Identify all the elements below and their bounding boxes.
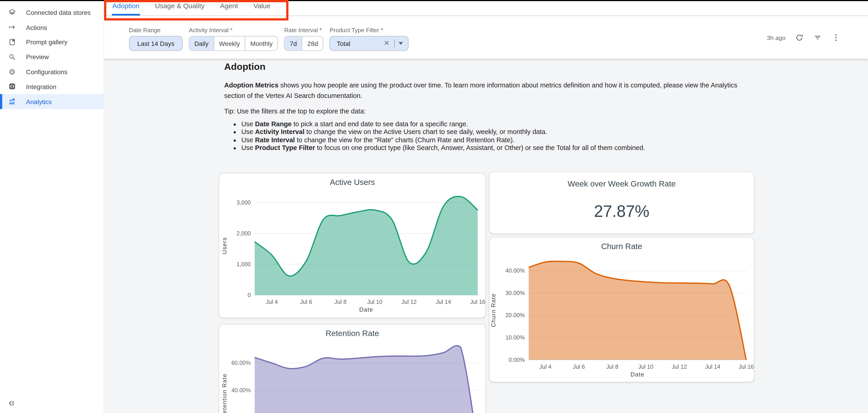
tip-item: Use Activity Interval to change the view… bbox=[241, 128, 750, 136]
date-range-button[interactable]: Last 14 Days bbox=[129, 36, 183, 51]
tab-label: Usage & Quality bbox=[154, 2, 205, 15]
tab-agent[interactable]: Agent bbox=[212, 1, 246, 15]
churn-rate-card: 0.00%10.00%20.00%30.00%40.00%Jul 4Jul 6J… bbox=[489, 237, 754, 382]
tip-item: Use Product Type Filter to focus on one … bbox=[241, 144, 750, 152]
svg-text:10.00%: 10.00% bbox=[505, 334, 525, 341]
sidebar-item-label: Preview bbox=[26, 53, 49, 61]
tips-list: Use Date Range to pick a start and end d… bbox=[224, 120, 750, 152]
activity-interval-filter-group: Activity Interval * Daily Weekly Monthly bbox=[189, 27, 278, 51]
wow-growth-title: Week over Week Growth Rate bbox=[489, 180, 754, 188]
rate-7d-option[interactable]: 7d bbox=[285, 36, 302, 51]
collapse-sidebar-icon[interactable] bbox=[7, 399, 16, 408]
svg-text:Jul 10: Jul 10 bbox=[638, 363, 653, 370]
svg-text:Jul 12: Jul 12 bbox=[672, 363, 687, 370]
actions-icon bbox=[8, 23, 17, 32]
svg-text:20.00%: 20.00% bbox=[505, 312, 525, 318]
svg-text:Jul 8: Jul 8 bbox=[335, 298, 347, 305]
data-stores-icon bbox=[8, 8, 17, 17]
sidebar-item-prompt-gallery[interactable]: Prompt gallery bbox=[0, 35, 103, 50]
tab-label: Value bbox=[253, 2, 271, 15]
intro-paragraph: Adoption Metrics shows you how people ar… bbox=[224, 81, 750, 101]
sidebar-item-label: Connected data stores bbox=[26, 9, 91, 16]
svg-text:Date: Date bbox=[359, 307, 373, 313]
sidebar-item-actions[interactable]: Actions bbox=[0, 20, 103, 35]
svg-text:30.00%: 30.00% bbox=[505, 290, 525, 296]
product-type-dropdown[interactable]: Total bbox=[330, 36, 409, 51]
tip-item: Use Date Range to pick a start and end d… bbox=[241, 120, 750, 128]
sidebar-item-configurations[interactable]: ⚙ Configurations bbox=[0, 64, 103, 79]
product-type-filter-group: Product Type Filter * Total bbox=[330, 27, 409, 51]
sidebar-item-label: Integration bbox=[26, 83, 56, 90]
svg-text:Retention Rate: Retention Rate bbox=[326, 329, 379, 338]
svg-text:Date: Date bbox=[630, 371, 645, 378]
svg-text:3,000: 3,000 bbox=[237, 199, 251, 206]
tab-usage-quality[interactable]: Usage & Quality bbox=[147, 1, 212, 15]
prompt-gallery-icon bbox=[8, 38, 17, 46]
filter-bar: Date Range Last 14 Days Activity Interva… bbox=[104, 16, 868, 59]
date-range-filter-group: Date Range Last 14 Days bbox=[129, 27, 183, 51]
svg-text:Users: Users bbox=[221, 237, 228, 255]
svg-text:2,000: 2,000 bbox=[237, 230, 251, 236]
product-type-label: Product Type Filter * bbox=[330, 27, 409, 33]
more-vert-icon[interactable] bbox=[832, 33, 840, 42]
svg-text:40.00%: 40.00% bbox=[231, 387, 251, 393]
sidebar-item-connected-data-stores[interactable]: Connected data stores bbox=[0, 5, 103, 20]
svg-text:40.00%: 40.00% bbox=[505, 267, 525, 274]
churn-rate-chart: 0.00%10.00%20.00%30.00%40.00%Jul 4Jul 6J… bbox=[489, 237, 754, 382]
sidebar-item-label: Actions bbox=[26, 24, 47, 31]
sidebar-item-label: Prompt gallery bbox=[26, 38, 67, 46]
tab-label: Agent bbox=[219, 2, 238, 15]
refresh-icon[interactable] bbox=[795, 33, 804, 42]
intro-text: shows you how people are using the produ… bbox=[224, 81, 737, 99]
tip-heading: Tip: Use the filters at the top to explo… bbox=[224, 107, 750, 115]
activity-daily-option[interactable]: Daily bbox=[189, 36, 214, 51]
activity-monthly-option[interactable]: Monthly bbox=[245, 36, 278, 51]
rate-28d-option[interactable]: 28d bbox=[302, 36, 323, 51]
svg-text:Jul 6: Jul 6 bbox=[573, 363, 585, 370]
clear-icon[interactable] bbox=[383, 39, 391, 47]
sidebar-item-analytics[interactable]: Analytics bbox=[0, 94, 103, 109]
tip-item: Use Rate Interval to change the view for… bbox=[241, 136, 750, 144]
tab-value[interactable]: Value bbox=[246, 1, 278, 15]
retention-rate-chart: 0.00%20.00%40.00%60.00%Jul 4Jul 6Jul 8Ju… bbox=[219, 324, 485, 413]
activity-weekly-option[interactable]: Weekly bbox=[213, 36, 245, 51]
sidebar-item-integration[interactable]: Integration bbox=[0, 79, 103, 94]
date-range-label: Date Range bbox=[129, 27, 183, 33]
svg-text:0.00%: 0.00% bbox=[509, 357, 525, 363]
retention-rate-card: 0.00%20.00%40.00%60.00%Jul 4Jul 6Jul 8Ju… bbox=[219, 324, 485, 413]
svg-text:Jul 8: Jul 8 bbox=[607, 363, 618, 370]
svg-text:60.00%: 60.00% bbox=[231, 359, 251, 366]
wow-growth-card: Week over Week Growth Rate 27.87% bbox=[489, 172, 754, 233]
filter-list-icon[interactable] bbox=[813, 33, 822, 42]
dropdown-caret-icon[interactable] bbox=[399, 42, 403, 45]
tab-adoption[interactable]: Adoption bbox=[104, 1, 147, 15]
svg-text:Jul 10: Jul 10 bbox=[367, 298, 382, 305]
selected-indicator bbox=[0, 94, 2, 109]
divider bbox=[395, 39, 395, 47]
rate-interval-segmented-control: 7d 28d bbox=[284, 36, 323, 51]
svg-text:Jul 4: Jul 4 bbox=[539, 363, 552, 370]
sidebar-item-preview[interactable]: Preview bbox=[0, 50, 103, 64]
svg-text:Jul 16: Jul 16 bbox=[739, 363, 754, 370]
dashboard-toolbar: 3h ago bbox=[767, 16, 868, 59]
rate-interval-label: Rate Interval * bbox=[284, 27, 323, 33]
sidebar: Connected data stores Actions Prompt gal… bbox=[0, 1, 104, 413]
svg-text:Jul 4: Jul 4 bbox=[266, 298, 278, 305]
sidebar-item-label: Analytics bbox=[26, 98, 52, 105]
tab-label: Adoption bbox=[112, 2, 140, 15]
svg-text:Jul 12: Jul 12 bbox=[402, 298, 417, 305]
svg-text:Jul 14: Jul 14 bbox=[436, 298, 451, 305]
svg-text:Churn Rate: Churn Rate bbox=[601, 242, 642, 251]
last-refreshed-text: 3h ago bbox=[767, 34, 785, 41]
svg-text:Retention Rate: Retention Rate bbox=[221, 374, 228, 413]
window-top-edge bbox=[0, 0, 868, 1]
page-title: Adoption bbox=[224, 61, 750, 72]
rate-interval-filter-group: Rate Interval * 7d 28d bbox=[284, 27, 323, 51]
analytics-icon bbox=[8, 97, 17, 106]
product-type-value: Total bbox=[337, 40, 383, 47]
svg-text:0: 0 bbox=[248, 292, 251, 298]
active-users-card: 01,0002,0003,000Jul 4Jul 6Jul 8Jul 10Jul… bbox=[219, 173, 485, 318]
tab-bar: Adoption Usage & Quality Agent Value bbox=[104, 1, 868, 16]
adoption-description: Adoption Adoption Metrics shows you how … bbox=[224, 61, 750, 152]
analytics-page: Connected data stores Actions Prompt gal… bbox=[0, 0, 868, 413]
